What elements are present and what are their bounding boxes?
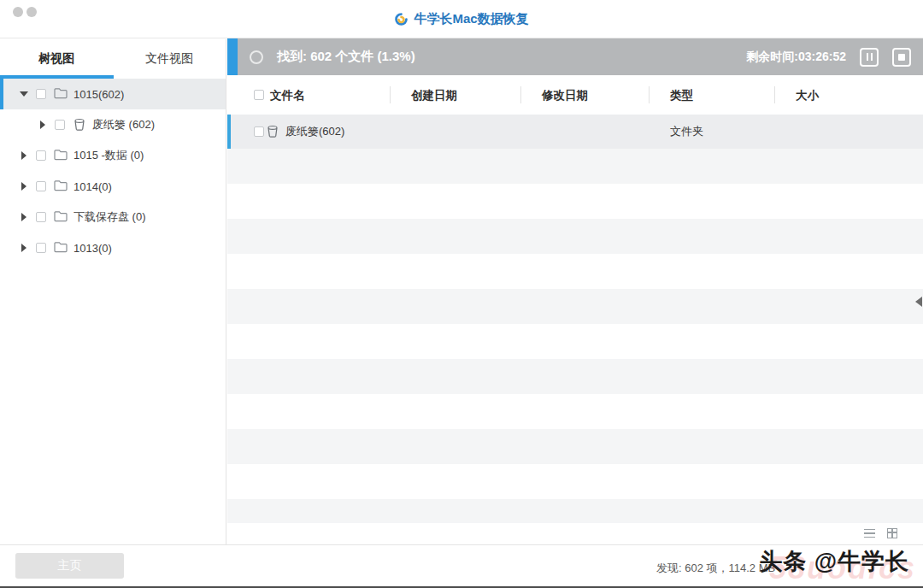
empty-row — [227, 324, 923, 359]
expand-arrow-icon[interactable] — [19, 244, 31, 252]
table-header: 文件名 创建日期 修改日期 类型 大小 — [227, 75, 923, 115]
discovery-status-text: 发现: 602 项，114.2 MB — [656, 561, 775, 576]
column-divider — [774, 86, 775, 103]
folder-icon — [54, 210, 68, 224]
sidebar: 树视图 文件视图 1015(602) 废纸篓 (602) — [0, 39, 226, 544]
tree-item-label: 1013(0) — [73, 242, 112, 255]
collapse-arrow-icon[interactable] — [19, 90, 31, 98]
pause-button[interactable] — [860, 48, 879, 67]
column-divider — [390, 86, 391, 103]
expand-arrow-icon[interactable] — [19, 213, 31, 221]
titlebar: 牛学长Mac数据恢复 — [0, 0, 923, 38]
header-accent-bar — [227, 38, 238, 75]
trash-icon — [73, 118, 86, 132]
home-button[interactable]: 主页 — [15, 553, 124, 579]
empty-row — [227, 359, 923, 394]
tree-item-label: 1015(602) — [73, 88, 124, 101]
tab-tree-view[interactable]: 树视图 — [0, 39, 113, 79]
tree-item-1014[interactable]: 1014(0) — [0, 171, 226, 202]
tree-item-1015-data[interactable]: 1015 -数据 (0) — [0, 140, 226, 171]
folder-icon — [54, 179, 68, 193]
trash-icon — [266, 125, 279, 138]
empty-row — [227, 499, 923, 523]
empty-row — [227, 219, 923, 254]
row-checkbox[interactable] — [254, 126, 264, 137]
table-body: 废纸篓(602) 文件夹 — [227, 115, 923, 523]
column-header-created[interactable]: 创建日期 — [411, 88, 457, 103]
watermark-text: 头条 @牛学长 — [759, 546, 909, 577]
row-file-type: 文件夹 — [670, 124, 703, 139]
column-divider — [649, 86, 650, 103]
checkbox[interactable] — [36, 243, 46, 253]
tree-item-label: 1014(0) — [73, 180, 112, 193]
scan-progress-header: 找到: 602 个文件 (1.3%) 剩余时间:03:26:52 — [227, 38, 923, 75]
tab-file-view[interactable]: 文件视图 — [113, 39, 226, 79]
checkbox[interactable] — [36, 89, 46, 99]
main-panel: 找到: 602 个文件 (1.3%) 剩余时间:03:26:52 文件名 创建日… — [227, 38, 923, 544]
column-divider — [520, 86, 521, 103]
checkbox[interactable] — [55, 120, 65, 130]
stop-icon — [898, 54, 905, 61]
sidebar-tabs: 树视图 文件视图 — [0, 39, 226, 79]
empty-row — [227, 394, 923, 429]
column-header-size[interactable]: 大小 — [796, 88, 819, 103]
empty-row — [227, 184, 923, 219]
app-title: 牛学长Mac数据恢复 — [0, 0, 923, 38]
found-count-text: 找到: 602 个文件 (1.3%) — [277, 49, 415, 65]
row-file-name: 废纸篓(602) — [285, 124, 344, 139]
select-all-checkbox[interactable] — [254, 90, 264, 100]
app-window: 牛学长Mac数据恢复 树视图 文件视图 1015(602) — [0, 0, 923, 588]
list-view-icon[interactable] — [864, 529, 875, 538]
empty-row — [227, 289, 923, 324]
app-title-text: 牛学长Mac数据恢复 — [414, 11, 528, 27]
folder-icon — [54, 241, 68, 255]
tree-item-label: 1015 -数据 (0) — [73, 148, 144, 163]
view-toggle-strip — [227, 523, 923, 544]
empty-row — [227, 464, 923, 499]
panel-collapse-arrow-icon[interactable] — [915, 297, 922, 307]
expand-arrow-icon[interactable] — [19, 182, 31, 191]
expand-arrow-icon[interactable] — [19, 151, 31, 160]
tree-item-1013[interactable]: 1013(0) — [0, 232, 226, 263]
checkbox[interactable] — [36, 150, 46, 161]
column-header-name[interactable]: 文件名 — [270, 88, 305, 103]
empty-row — [227, 429, 923, 464]
tree-item-label: 废纸篓 (602) — [92, 117, 155, 132]
progress-spinner-icon — [250, 50, 263, 64]
column-header-type[interactable]: 类型 — [670, 88, 693, 103]
tree-item-download-disk[interactable]: 下载保存盘 (0) — [0, 202, 226, 232]
app-logo-icon — [394, 12, 409, 26]
empty-row — [227, 149, 923, 184]
expand-arrow-icon[interactable] — [38, 121, 50, 129]
remaining-time-text: 剩余时间:03:26:52 — [746, 50, 846, 65]
tree-item-trash[interactable]: 废纸篓 (602) — [0, 109, 226, 140]
stop-button[interactable] — [892, 48, 911, 67]
pause-icon — [867, 53, 868, 61]
table-row-trash[interactable]: 废纸篓(602) 文件夹 — [227, 115, 923, 149]
footer-bar: 主页 发现: 602 项，114.2 MB 58uodics 头条 @牛学长 — [0, 544, 923, 586]
folder-icon — [54, 87, 68, 101]
checkbox[interactable] — [36, 181, 46, 191]
column-header-modified[interactable]: 修改日期 — [542, 88, 588, 103]
tree-view: 1015(602) 废纸篓 (602) 1015 -数据 (0) — [0, 79, 226, 263]
grid-view-icon[interactable] — [887, 528, 897, 538]
tree-item-label: 下载保存盘 (0) — [73, 209, 146, 225]
empty-row — [227, 254, 923, 289]
folder-icon — [54, 149, 68, 162]
checkbox[interactable] — [36, 212, 46, 222]
tree-item-1015[interactable]: 1015(602) — [0, 79, 226, 109]
